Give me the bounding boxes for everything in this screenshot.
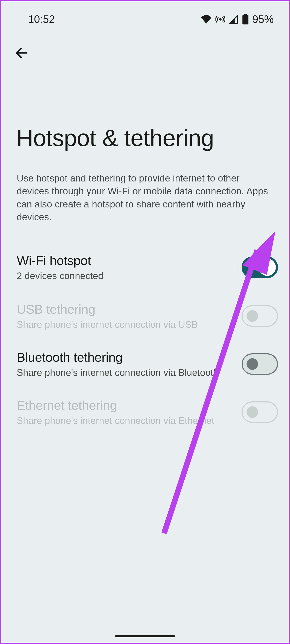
arrow-left-icon xyxy=(14,45,29,60)
bluetooth-tethering-toggle[interactable] xyxy=(242,353,278,375)
setting-text: Ethernet tethering Share phone's interne… xyxy=(17,398,242,426)
toggle-group xyxy=(235,256,278,278)
ethernet-tethering-toggle xyxy=(242,401,278,423)
cellular-signal-icon xyxy=(229,14,239,24)
setting-usb-tethering: USB tethering Share phone's internet con… xyxy=(1,287,289,335)
setting-subtitle: Share phone's internet connection via Bl… xyxy=(17,367,242,378)
status-bar: 10:52 95% xyxy=(1,1,289,26)
setting-title: Ethernet tethering xyxy=(17,398,242,413)
svg-point-0 xyxy=(219,18,222,20)
toggle-knob xyxy=(247,406,258,418)
toggle-knob xyxy=(259,259,276,276)
battery-percentage: 95% xyxy=(252,13,274,26)
setting-text: Bluetooth tethering Share phone's intern… xyxy=(17,350,242,378)
hotspot-icon xyxy=(215,14,225,24)
usb-tethering-toggle xyxy=(242,305,278,327)
wifi-icon xyxy=(201,15,212,24)
toggle-knob xyxy=(247,310,258,322)
toggle-knob xyxy=(247,358,258,370)
status-icons: 95% xyxy=(201,13,274,26)
page-description: Use hotspot and tethering to provide int… xyxy=(1,152,289,224)
setting-subtitle: Share phone's internet connection via US… xyxy=(17,319,242,330)
setting-ethernet-tethering: Ethernet tethering Share phone's interne… xyxy=(1,383,289,432)
divider xyxy=(235,258,235,277)
setting-subtitle: 2 devices connected xyxy=(17,270,235,281)
setting-bluetooth-tethering[interactable]: Bluetooth tethering Share phone's intern… xyxy=(1,335,289,383)
status-time: 10:52 xyxy=(28,13,55,26)
phone-screen: 10:52 95% Hotspot & tethering Use hotspo… xyxy=(0,0,290,644)
navigation-bar-handle[interactable] xyxy=(115,635,175,637)
setting-wifi-hotspot[interactable]: Wi-Fi hotspot 2 devices connected xyxy=(1,247,289,287)
setting-subtitle: Share phone's internet connection via Et… xyxy=(17,415,242,426)
back-button[interactable] xyxy=(14,45,29,61)
svg-rect-2 xyxy=(242,15,249,24)
wifi-hotspot-toggle[interactable] xyxy=(242,256,278,278)
setting-text: Wi-Fi hotspot 2 devices connected xyxy=(17,253,235,281)
settings-list: Wi-Fi hotspot 2 devices connected USB te… xyxy=(1,224,289,432)
setting-title: USB tethering xyxy=(17,302,242,317)
setting-title: Bluetooth tethering xyxy=(17,350,242,365)
setting-title: Wi-Fi hotspot xyxy=(17,253,235,268)
setting-text: USB tethering Share phone's internet con… xyxy=(17,302,242,330)
page-title: Hotspot & tethering xyxy=(1,26,289,152)
battery-icon xyxy=(242,14,249,24)
